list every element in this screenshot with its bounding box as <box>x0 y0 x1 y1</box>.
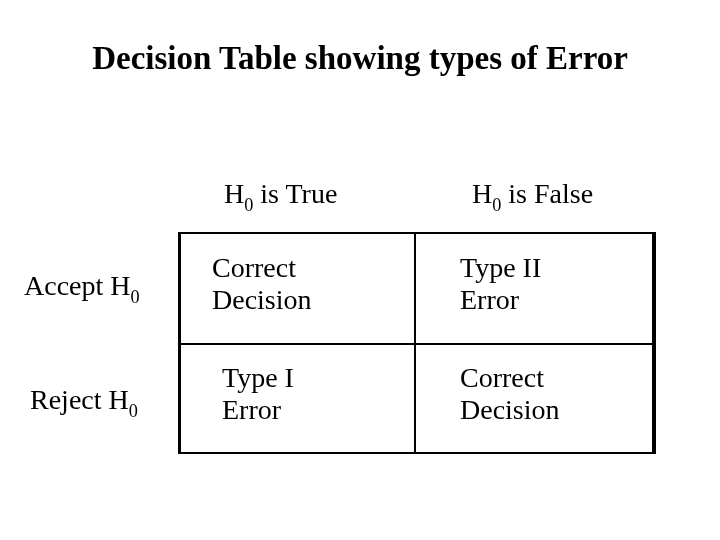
col-header-h0-false: H0 is False <box>472 178 593 215</box>
cell-reject-false: CorrectDecision <box>460 362 560 426</box>
decision-table-divider-h <box>178 343 656 345</box>
col-header-h0-true: H0 is True <box>224 178 337 215</box>
cell-accept-false: Type IIError <box>460 252 541 316</box>
page-title: Decision Table showing types of Error <box>0 40 720 77</box>
row-header-accept: Accept H0 <box>24 270 140 307</box>
cell-reject-true: Type IError <box>222 362 294 426</box>
row-header-reject: Reject H0 <box>30 384 138 421</box>
cell-accept-true: CorrectDecision <box>212 252 312 316</box>
